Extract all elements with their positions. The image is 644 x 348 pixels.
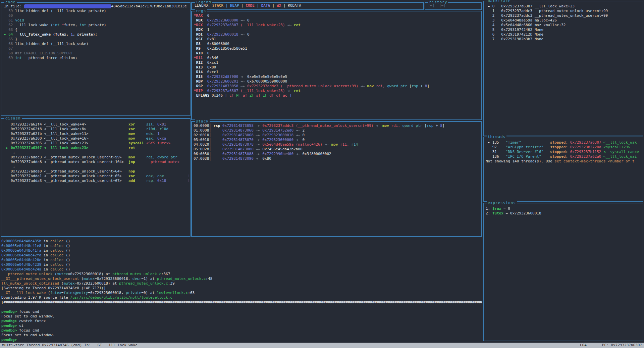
text-segment: cwatch futex xyxy=(19,319,46,323)
text-segment: 0x7293237a6305 <__lll_lock_wake+21> xyxy=(4,141,128,145)
gdb-command-output[interactable]: 0x00005e04d48c435b in calloc ()0x00005e0… xyxy=(1,239,482,343)
text-segment: calloc xyxy=(50,248,64,253)
text-segment xyxy=(203,23,207,27)
terminal-line: 4 0x5e04d48c6860 moz_xmalloc+32 xyxy=(486,23,642,28)
text-segment: 0x7293237addc3 xyxy=(262,123,293,128)
text-segment xyxy=(194,70,196,74)
text-segment: __pthread_force_elision; xyxy=(22,56,77,60)
text-segment: 31 xyxy=(486,150,506,154)
text-segment: RSP xyxy=(196,84,203,88)
text-segment: 62 xyxy=(4,23,15,27)
text-segment: 0x729323600201 xyxy=(207,79,238,84)
text-segment xyxy=(568,140,570,145)
terminal-line: RBP 0x729323600201 ◄— 0x6700000569000000 xyxy=(194,79,481,84)
text-segment: 0x00005e04d48c435b xyxy=(1,239,41,243)
text-segment: = 0x729323600018 xyxy=(503,211,541,215)
text-segment: | xyxy=(255,3,261,8)
text-segment: RSI xyxy=(196,37,203,41)
text-segment: 7 0x72931982b3b3 None xyxy=(486,37,543,41)
text-segment: calloc xyxy=(50,239,64,243)
text-segment: int xyxy=(15,56,22,60)
terminal-line: RBX 0x729323600000 ◄— 0 xyxy=(194,18,481,23)
text-segment xyxy=(203,84,207,88)
text-segment: ___pthread_mutex_unlock xyxy=(1,272,52,276)
registers-panel: regs *RAX 0 RBX 0x729323600000 ◄— 0*RCX … xyxy=(191,11,482,120)
text-segment: —► xyxy=(254,142,263,147)
text-segment: rsp xyxy=(427,123,433,128)
text-segment xyxy=(211,128,222,133)
text-segment: mov xyxy=(382,123,389,128)
text-segment xyxy=(568,154,570,159)
text-segment xyxy=(521,140,550,145)
terminal-line: ► 64 lll_futex_wake (futex, 1, private); xyxy=(4,32,189,37)
text-segment: R xyxy=(189,179,189,183)
text-segment xyxy=(211,123,214,128)
text-segment: pwndbg> xyxy=(1,324,19,328)
text-segment: 6 0x72931974212b None xyxy=(486,32,543,37)
status-right-group: L64PC: 0x7293237a6307 xyxy=(565,343,642,348)
text-segment: calloc xyxy=(50,262,64,267)
text-segment: <__lll_lock_wak xyxy=(603,140,637,145)
text-segment xyxy=(194,84,196,88)
terminal-line: pwndbg> cwatch futex xyxy=(1,319,482,324)
text-segment: 0x729314873080 xyxy=(222,147,254,151)
history-nav-arrows[interactable]: [←] [→] xyxy=(428,3,481,8)
regs-content: *RAX 0 RBX 0x729323600000 ◄— 0*RCX 0x729… xyxy=(194,13,481,98)
text-segment: ] xyxy=(427,84,429,88)
text-segment: set context-max-threads <number of t xyxy=(554,159,634,163)
text-segment: :48 xyxy=(206,277,212,281)
text-segment: __pthread_mutex xyxy=(146,160,179,164)
text-segment xyxy=(194,18,196,22)
text-segment: │ xyxy=(209,128,211,133)
text-segment: RDX xyxy=(196,28,203,32)
text-segment: PF xyxy=(236,93,243,98)
text-segment: mov xyxy=(128,132,146,136)
text-segment: "IPC I/O Parent" xyxy=(506,154,541,159)
text-segment: int xyxy=(53,23,60,27)
text-segment: focus cmd xyxy=(19,309,39,314)
text-segment: [←] [→] xyxy=(428,3,446,8)
terminal-line: 68 #if ENABLE_ELISION_SUPPORT xyxy=(4,51,189,56)
terminal-line: Focus set to cmd window. xyxy=(1,314,482,319)
text-segment: 136 xyxy=(486,154,506,159)
code-panel: code In file: 4845db211e7b42c7176f9be21b… xyxy=(1,2,191,116)
text-segment: (__lll_lock_wake+23) xyxy=(240,23,285,27)
text-segment: R12 xyxy=(196,60,203,65)
text-segment: :63 xyxy=(188,291,195,295)
terminal-line: 0x7293237a62fb <__lll_lock_wake+11> mov … xyxy=(4,132,189,136)
text-segment: 0x7293237b1152 xyxy=(570,150,601,154)
text-segment: futex@entry xyxy=(63,291,88,295)
text-segment xyxy=(203,74,207,79)
backtrace-content: ► 0 0x7293237a6307 __lll_lock_wake+23 1 … xyxy=(486,4,642,42)
text-segment: 0xca xyxy=(157,136,166,141)
backtrace-panel: backtrace ► 0 0x7293237a6307 __lll_lock_… xyxy=(483,1,643,136)
text-segment: ◄— xyxy=(293,152,303,156)
terminal-line: R13 0x80 xyxy=(194,65,481,70)
disasm-content: 0x7293237a62f4 <__lll_lock_wake+4> xor s… xyxy=(4,122,189,183)
text-segment: mutex xyxy=(84,277,95,281)
text-segment: futex xyxy=(50,291,61,295)
text-segment xyxy=(541,154,550,159)
terminal-line: 04:0020│ 0x729314873078 —► 0x5e04d48ae59… xyxy=(194,142,481,147)
terminal-line: Not showing 140 thread(s). Use set conte… xyxy=(486,159,642,164)
text-segment: rsp, xyxy=(146,179,157,183)
terminal-line: 0x7293237adda3 <__pthread_mutex_unlock_u… xyxy=(4,179,189,183)
text-segment: nop xyxy=(128,169,135,173)
text-segment: () xyxy=(63,248,70,253)
text-segment: <SYS_futex> xyxy=(146,141,171,145)
terminal-line: 61 void xyxy=(4,18,189,23)
text-segment: 0x5e04d48ae59a xyxy=(262,142,293,147)
text-segment: sil, xyxy=(146,122,157,127)
terminal-line: ___pthread_mutex_unlock (mutex=0x7293236… xyxy=(1,272,482,277)
text-segment: —► xyxy=(254,128,263,133)
text-segment: │ xyxy=(209,142,211,147)
text-segment: 0x7293237addc8 <__pthread_mutex_unlock_u… xyxy=(4,160,128,164)
text-segment: RBP xyxy=(196,79,203,84)
text-segment: pthread_mutex_unlock.c xyxy=(157,277,206,281)
text-segment: calloc xyxy=(50,267,64,271)
text-segment: 0x7456e45da42b2a00 xyxy=(262,147,302,151)
text-segment: ] xyxy=(289,93,292,98)
text-segment xyxy=(194,93,196,98)
text-segment xyxy=(211,133,222,137)
text-segment xyxy=(194,28,196,32)
